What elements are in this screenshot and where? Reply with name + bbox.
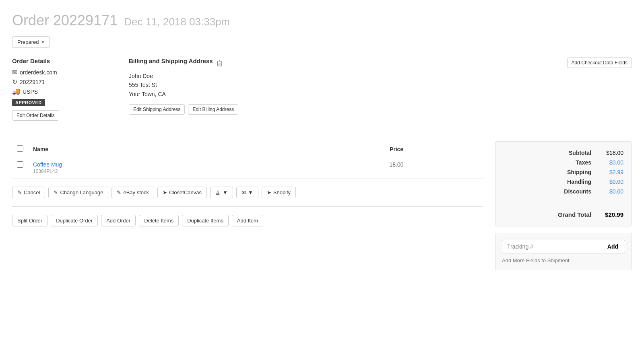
action-buttons: ✎ Cancel ✎ Change Language ✎ eBay stock … (12, 187, 483, 198)
closetcanvas-button[interactable]: ➤ ClosetCanvas (157, 187, 207, 198)
order-source: orderdesk.com (20, 69, 57, 76)
add-item-button[interactable]: Add Item (232, 215, 263, 226)
order-title: Order 20229171 (12, 12, 118, 29)
checkout-col: Add Checkout Data Fields (567, 58, 632, 121)
duplicate-items-button[interactable]: Duplicate Items (182, 215, 229, 226)
approved-badge: APPROVED (12, 97, 113, 110)
select-all-header (12, 141, 28, 157)
source-row: ✉ orderdesk.com (12, 68, 113, 76)
forward-icon-shopify: ➤ (267, 189, 271, 195)
billing-address1: 555 Test St (129, 80, 551, 89)
billing-col: Billing and Shipping Address 📋 John Doe … (129, 58, 551, 121)
item-price-cell: 18.00 (310, 157, 483, 179)
handling-value: $0.00 (599, 179, 623, 185)
handling-label: Handling (559, 179, 591, 185)
edit-order-details-button[interactable]: Edit Order Details (12, 110, 59, 121)
tracking-add-button[interactable]: Add (601, 240, 625, 253)
duplicate-order-button[interactable]: Duplicate Order (51, 215, 98, 226)
add-checkout-data-button[interactable]: Add Checkout Data Fields (567, 58, 632, 68)
bottom-buttons: Split Order Duplicate Order Add Order De… (12, 215, 483, 226)
subtotal-label: Subtotal (559, 150, 591, 156)
shipping-row: Shipping $2.99 (504, 169, 623, 175)
status-caret: ▼ (41, 40, 45, 44)
shipping-value: $2.99 (599, 169, 623, 175)
handling-row: Handling $0.00 (504, 179, 623, 185)
split-order-button[interactable]: Split Order (12, 215, 47, 226)
totals-box: Subtotal $18.00 Taxes $0.00 Shipping $2.… (495, 141, 632, 226)
tracking-box: Add Add More Fields to Shipment (495, 233, 632, 270)
grand-total-value: $20.99 (599, 211, 623, 218)
item-name-cell: Coffee Mug 10384PL42 (28, 157, 310, 179)
order-id: 20229171 (20, 79, 45, 85)
table-row: Coffee Mug 10384PL42 18.00 (12, 157, 483, 179)
billing-title: Billing and Shipping Address (129, 58, 213, 64)
status-dropdown[interactable]: Prepared ▼ (12, 36, 50, 48)
taxes-value: $0.00 (599, 159, 623, 166)
add-order-button[interactable]: Add Order (101, 215, 136, 226)
table-header-row: Name Price (12, 141, 483, 157)
select-all-checkbox[interactable] (17, 145, 23, 152)
order-date: Dec 11, 2018 03:33pm (124, 16, 230, 28)
totals-divider (504, 203, 623, 203)
tracking-input-row: Add (502, 240, 625, 253)
pencil-icon-language: ✎ (54, 189, 58, 195)
email-icon: ✉ (12, 68, 17, 76)
item-checkbox-cell (12, 157, 28, 179)
discounts-label: Discounts (559, 188, 591, 195)
forward-icon-closet: ➤ (163, 189, 167, 195)
discounts-row: Discounts $0.00 (504, 188, 623, 195)
ebay-stock-button[interactable]: ✎ eBay stock (111, 187, 154, 198)
items-table: Name Price Coffee Mug 10384PL42 18.00 (12, 141, 483, 179)
billing-name: John Doe (129, 72, 551, 80)
pencil-icon-cancel: ✎ (17, 189, 22, 195)
grand-total-row: Grand Total $20.99 (504, 211, 623, 218)
email-action-icon: ✉ (242, 189, 246, 195)
copy-icon[interactable]: 📋 (216, 60, 223, 66)
pencil-icon-ebay: ✎ (117, 189, 121, 195)
print-caret: ▼ (223, 189, 228, 195)
billing-address2: Your Town, CA (129, 90, 551, 99)
shopify-button[interactable]: ➤ Shopify (262, 187, 296, 198)
name-column-header: Name (28, 141, 310, 157)
edit-billing-address-button[interactable]: Edit Billing Address (188, 104, 238, 115)
refresh-icon: ↻ (12, 78, 17, 86)
top-section: Order Details ✉ orderdesk.com ↻ 20229171… (12, 58, 632, 121)
subtotal-row: Subtotal $18.00 (504, 150, 623, 156)
order-page: Order 20229171 Dec 11, 2018 03:33pm Prep… (0, 0, 644, 362)
item-name-link[interactable]: Coffee Mug (33, 161, 62, 168)
taxes-label: Taxes (559, 159, 591, 166)
email-dropdown-button[interactable]: ✉ ▼ (236, 187, 258, 198)
billing-header: Billing and Shipping Address 📋 (129, 58, 551, 68)
order-id-row: ↻ 20229171 (12, 78, 113, 86)
taxes-row: Taxes $0.00 (504, 159, 623, 166)
bottom-divider (12, 206, 483, 207)
item-checkbox[interactable] (17, 161, 23, 168)
order-details-title: Order Details (12, 58, 113, 64)
truck-icon: 🚚 (12, 88, 20, 95)
tracking-fields-link[interactable]: Add More Fields to Shipment (502, 257, 625, 263)
cancel-button[interactable]: ✎ Cancel (12, 187, 45, 198)
print-icon: 🖨 (215, 189, 221, 195)
grand-total-label: Grand Total (558, 211, 591, 218)
price-column-header: Price (310, 141, 483, 157)
status-label: Prepared (17, 39, 39, 45)
shipping-label: Shipping (559, 169, 591, 175)
billing-address: John Doe 555 Test St Your Town, CA (129, 72, 551, 99)
tracking-input[interactable] (502, 240, 601, 253)
order-header: Order 20229171 Dec 11, 2018 03:33pm (12, 12, 632, 29)
items-section: Name Price Coffee Mug 10384PL42 18.00 ✎ (12, 141, 483, 270)
change-language-button[interactable]: ✎ Change Language (48, 187, 108, 198)
discounts-value: $0.00 (599, 188, 623, 195)
item-sku: 10384PL42 (33, 169, 305, 174)
main-content: Name Price Coffee Mug 10384PL42 18.00 ✎ (12, 141, 632, 270)
sidebar-section: Subtotal $18.00 Taxes $0.00 Shipping $2.… (495, 141, 632, 270)
shipping-method: USPS (23, 88, 38, 95)
section-divider (12, 133, 632, 133)
email-caret: ▼ (248, 189, 253, 195)
address-buttons: Edit Shipping Address Edit Billing Addre… (129, 104, 551, 115)
order-details-col: Order Details ✉ orderdesk.com ↻ 20229171… (12, 58, 113, 121)
delete-items-button[interactable]: Delete Items (139, 215, 179, 226)
subtotal-value: $18.00 (599, 150, 623, 156)
edit-shipping-address-button[interactable]: Edit Shipping Address (129, 104, 185, 115)
print-dropdown-button[interactable]: 🖨 ▼ (210, 187, 233, 198)
